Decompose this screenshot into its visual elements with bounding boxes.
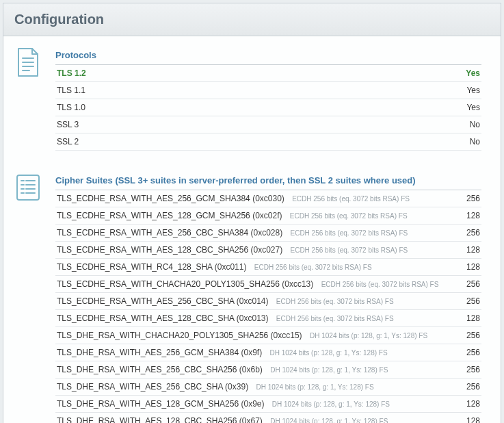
cipher-cell: TLS_DHE_RSA_WITH_AES_128_CBC_SHA256 (0x6…: [55, 413, 447, 424]
table-row: TLS_ECDHE_RSA_WITH_AES_256_CBC_SHA384 (0…: [55, 225, 481, 242]
table-row: TLS_DHE_RSA_WITH_AES_256_CBC_SHA (0x39) …: [55, 379, 481, 396]
cipher-hex: (0xc013): [234, 313, 268, 323]
table-row: TLS_ECDHE_RSA_WITH_AES_128_CBC_SHA (0xc0…: [55, 310, 481, 327]
panel-body: Protocols TLS 1.2YesTLS 1.1YesTLS 1.0Yes…: [3, 36, 501, 423]
cipher-hex: (0xcc15): [268, 331, 302, 340]
cipher-name: TLS_DHE_RSA_WITH_CHACHA20_POLY1305_SHA25…: [57, 331, 268, 340]
cipher-name: TLS_DHE_RSA_WITH_AES_256_GCM_SHA384: [57, 348, 239, 357]
cipher-suites-section: Cipher Suites (SSL 3+ suites in server-p…: [14, 172, 481, 423]
cipher-name: TLS_ECDHE_RSA_WITH_AES_128_CBC_SHA256: [57, 245, 248, 255]
cipher-name: TLS_ECDHE_RSA_WITH_AES_128_GCM_SHA256: [57, 211, 250, 220]
cipher-annotation: ECDH 256 bits (eq. 3072 bits RSA) FS: [290, 212, 408, 220]
cipher-hex: (0xc014): [234, 296, 268, 306]
cipher-cell: TLS_DHE_RSA_WITH_AES_256_GCM_SHA384 (0x9…: [55, 344, 447, 361]
cipher-name: TLS_ECDHE_RSA_WITH_AES_256_CBC_SHA: [57, 296, 234, 306]
document-icon: [14, 47, 42, 77]
configuration-panel: Configuration Protocols TLS 1.2YesTLS 1.…: [3, 3, 501, 423]
cipher-cell: TLS_ECDHE_RSA_WITH_AES_128_CBC_SHA (0xc0…: [55, 310, 447, 327]
protocols-body: Protocols TLS 1.2YesTLS 1.1YesTLS 1.0Yes…: [55, 47, 481, 151]
page-title: Configuration: [14, 12, 490, 27]
protocol-value: No: [447, 116, 481, 133]
table-row: TLS_DHE_RSA_WITH_AES_128_GCM_SHA256 (0x9…: [55, 396, 481, 413]
table-row: TLS_ECDHE_RSA_WITH_AES_256_CBC_SHA (0xc0…: [55, 293, 481, 310]
table-row: SSL 3No: [55, 116, 481, 133]
table-row: TLS_ECDHE_RSA_WITH_AES_128_CBC_SHA256 (0…: [55, 242, 481, 259]
cipher-name: TLS_DHE_RSA_WITH_AES_128_GCM_SHA256: [57, 399, 239, 409]
table-row: TLS_ECDHE_RSA_WITH_CHACHA20_POLY1305_SHA…: [55, 276, 481, 293]
cipher-hex: (0xcc13): [280, 279, 313, 289]
protocol-value: Yes: [447, 99, 481, 116]
cipher-name: TLS_ECDHE_RSA_WITH_RC4_128_SHA: [57, 262, 212, 272]
cipher-bits: 128: [447, 259, 481, 276]
cipher-cell: TLS_ECDHE_RSA_WITH_AES_256_GCM_SHA384 (0…: [55, 190, 447, 207]
cipher-name: TLS_ECDHE_RSA_WITH_AES_128_CBC_SHA: [57, 313, 234, 323]
protocol-name: SSL 3: [55, 116, 447, 133]
svg-rect-4: [17, 175, 39, 200]
cipher-cell: TLS_ECDHE_RSA_WITH_RC4_128_SHA (0xc011) …: [55, 259, 447, 276]
cipher-hex: (0x39): [223, 382, 248, 392]
cipher-name: TLS_ECDHE_RSA_WITH_AES_256_GCM_SHA384: [57, 194, 250, 203]
cipher-hex: (0xc027): [248, 245, 282, 255]
panel-header: Configuration: [3, 3, 501, 36]
cipher-name: TLS_DHE_RSA_WITH_AES_256_CBC_SHA256: [57, 365, 237, 374]
cipher-name: TLS_ECDHE_RSA_WITH_CHACHA20_POLY1305_SHA…: [57, 279, 280, 289]
cipher-bits: 128: [447, 310, 481, 327]
cipher-annotation: ECDH 256 bits (eq. 3072 bits RSA) FS: [291, 229, 408, 237]
cipher-cell: TLS_ECDHE_RSA_WITH_AES_256_CBC_SHA (0xc0…: [55, 293, 447, 310]
cipher-hex: (0x9e): [239, 399, 264, 409]
cipher-annotation: DH 1024 bits (p: 128, g: 1, Ys: 128) FS: [272, 400, 390, 408]
cipher-annotation: DH 1024 bits (p: 128, g: 1, Ys: 128) FS: [270, 418, 388, 423]
protocols-section: Protocols TLS 1.2YesTLS 1.1YesTLS 1.0Yes…: [14, 47, 481, 151]
cipher-bits: 128: [447, 207, 481, 225]
protocol-name: TLS 1.2: [55, 65, 447, 82]
cipher-bits: 128: [447, 396, 481, 413]
cipher-bits: 256: [447, 293, 481, 310]
cipher-bits: 256: [447, 344, 481, 361]
cipher-cell: TLS_ECDHE_RSA_WITH_CHACHA20_POLY1305_SHA…: [55, 276, 447, 293]
cipher-cell: TLS_ECDHE_RSA_WITH_AES_128_GCM_SHA256 (0…: [55, 207, 447, 225]
protocol-name: TLS 1.0: [55, 99, 447, 116]
cipher-title: Cipher Suites (SSL 3+ suites in server-p…: [55, 172, 481, 190]
cipher-annotation: DH 1024 bits (p: 128, g: 1, Ys: 128) FS: [310, 332, 427, 339]
table-row: TLS_ECDHE_RSA_WITH_RC4_128_SHA (0xc011) …: [55, 259, 481, 276]
cipher-annotation: ECDH 256 bits (eq. 3072 bits RSA) FS: [292, 195, 410, 203]
table-row: TLS 1.1Yes: [55, 82, 481, 99]
protocol-name: SSL 2: [55, 133, 447, 151]
cipher-hex: (0xc02f): [250, 211, 282, 220]
table-row: TLS 1.2Yes: [55, 65, 481, 82]
table-row: TLS 1.0Yes: [55, 99, 481, 116]
cipher-annotation: DH 1024 bits (p: 128, g: 1, Ys: 128) FS: [269, 349, 387, 357]
protocols-title: Protocols: [55, 47, 481, 65]
cipher-cell: TLS_DHE_RSA_WITH_AES_128_GCM_SHA256 (0x9…: [55, 396, 447, 413]
cipher-annotation: ECDH 256 bits (eq. 3072 bits RSA) FS: [254, 264, 372, 271]
cipher-annotation: DH 1024 bits (p: 128, g: 1, Ys: 128) FS: [270, 366, 388, 374]
cipher-hex: (0x67): [237, 416, 262, 423]
cipher-annotation: ECDH 256 bits (eq. 3072 bits RSA) FS: [321, 281, 439, 288]
table-row: TLS_DHE_RSA_WITH_AES_256_GCM_SHA384 (0x9…: [55, 344, 481, 361]
cipher-hex: (0xc030): [250, 194, 284, 203]
cipher-annotation: ECDH 256 bits (eq. 3072 bits RSA) FS: [276, 298, 394, 305]
protocols-table: TLS 1.2YesTLS 1.1YesTLS 1.0YesSSL 3NoSSL…: [55, 65, 481, 151]
protocol-name: TLS 1.1: [55, 82, 447, 99]
cipher-cell: TLS_ECDHE_RSA_WITH_AES_128_CBC_SHA256 (0…: [55, 242, 447, 259]
cipher-bits: 256: [447, 379, 481, 396]
table-row: SSL 2No: [55, 133, 481, 151]
cipher-bits: 256: [447, 190, 481, 207]
cipher-hex: (0x6b): [237, 365, 262, 374]
cipher-hex: (0xc011): [212, 262, 246, 272]
cipher-cell: TLS_DHE_RSA_WITH_AES_256_CBC_SHA (0x39) …: [55, 379, 447, 396]
cipher-bits: 256: [447, 276, 481, 293]
cipher-icon-col: [14, 172, 55, 423]
protocol-value: No: [447, 133, 481, 151]
cipher-bits: 256: [447, 361, 481, 379]
cipher-bits: 256: [447, 225, 481, 242]
cipher-bits: 128: [447, 413, 481, 424]
cipher-annotation: ECDH 256 bits (eq. 3072 bits RSA) FS: [291, 246, 408, 254]
cipher-cell: TLS_DHE_RSA_WITH_CHACHA20_POLY1305_SHA25…: [55, 327, 447, 344]
cipher-name: TLS_ECDHE_RSA_WITH_AES_256_CBC_SHA384: [57, 228, 248, 238]
cipher-name: TLS_DHE_RSA_WITH_AES_128_CBC_SHA256: [57, 416, 237, 423]
protocol-value: Yes: [447, 65, 481, 82]
cipher-annotation: ECDH 256 bits (eq. 3072 bits RSA) FS: [276, 315, 394, 322]
cipher-body: Cipher Suites (SSL 3+ suites in server-p…: [55, 172, 481, 423]
table-row: TLS_DHE_RSA_WITH_AES_128_CBC_SHA256 (0x6…: [55, 413, 481, 424]
